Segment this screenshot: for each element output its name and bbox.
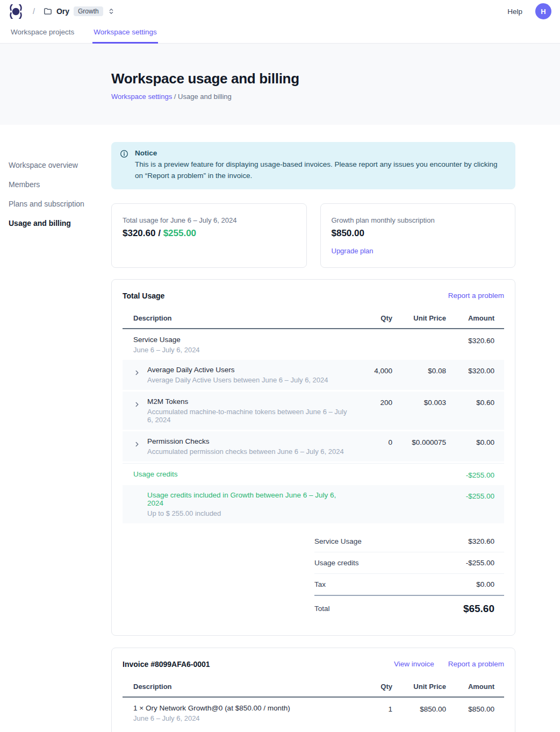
chevron-right-icon[interactable]	[133, 369, 142, 378]
chevron-updown-icon[interactable]	[107, 8, 115, 15]
row-amount: -$255.00	[446, 470, 504, 479]
chevron-right-icon[interactable]	[133, 440, 142, 450]
table-row: Average Daily Active Users Average Daily…	[123, 360, 504, 390]
table-row: Permission Checks Accumulated permission…	[123, 431, 504, 461]
table-row: 1 × Ory Network Growth@0 (at $850.00 / m…	[123, 698, 504, 728]
row-title: Permission Checks	[147, 437, 344, 445]
sidebar-item-usage-billing[interactable]: Usage and billing	[9, 216, 103, 230]
usage-table-header: Description Qty Unit Price Amount	[123, 310, 504, 329]
workspace-switcher[interactable]: Ory Growth	[44, 6, 115, 16]
summary-total-row: Total $65.60	[314, 596, 504, 621]
sidebar-item-members[interactable]: Members	[9, 177, 103, 191]
total-usage-card: Total usage for June 6 – July 6, 2024 $3…	[111, 203, 307, 268]
invoice-table-header: Description Qty Unit Price Amount	[123, 678, 504, 698]
col-unit-price: Unit Price	[392, 683, 446, 691]
usage-amount: $320.60	[123, 228, 155, 238]
breadcrumb-workspace-settings[interactable]: Workspace settings	[111, 93, 172, 101]
user-avatar[interactable]: H	[535, 3, 551, 19]
plan-value: $850.00	[332, 228, 505, 239]
summary-value: $320.60	[468, 537, 504, 545]
row-subtitle: Accumulated permission checks between Ju…	[147, 447, 344, 456]
row-subtitle: Up to $ 255.00 included	[147, 509, 350, 517]
folder-icon	[44, 7, 52, 16]
col-qty: Qty	[350, 314, 392, 322]
summary-row: Usage credits -$255.00	[314, 552, 504, 574]
sidebar-item-plans-subscription[interactable]: Plans and subscription	[9, 197, 103, 211]
chevron-right-icon[interactable]	[133, 401, 142, 410]
ory-logo-icon[interactable]	[9, 4, 23, 19]
top-bar: / Ory Growth Help H	[0, 0, 560, 23]
usage-report-problem-link[interactable]: Report a problem	[448, 292, 504, 300]
table-row: Usage credits -$255.00	[123, 463, 504, 485]
plan-label: Growth plan monthly subscription	[332, 216, 505, 224]
summary-row: Tax $0.00	[314, 574, 504, 596]
col-description: Description	[123, 683, 350, 691]
row-subtitle: Average Daily Active Users between June …	[147, 376, 328, 384]
row-unit-price: $0.08	[392, 366, 446, 375]
tab-workspace-projects[interactable]: Workspace projects	[10, 23, 75, 44]
summary-label: Usage credits	[314, 559, 466, 567]
workspace-name: Ory	[56, 7, 69, 16]
total-usage-value: $320.60 / $255.00	[123, 228, 296, 239]
row-amount: $0.60	[446, 397, 504, 407]
summary-value: -$255.00	[466, 559, 504, 567]
plan-card: Growth plan monthly subscription $850.00…	[320, 203, 516, 268]
content-column: Notice This is a preview feature for dis…	[111, 142, 515, 732]
summary-value: $0.00	[476, 580, 504, 588]
breadcrumb-current: Usage and billing	[178, 93, 232, 101]
main-area: Workspace overview Members Plans and sub…	[0, 142, 560, 732]
invoice-panel: Invoice #8099AFA6-0001 View invoice Repo…	[111, 648, 515, 732]
row-unit-price: $0.000075	[392, 437, 446, 446]
invoice-panel-title: Invoice #8099AFA6-0001	[123, 660, 394, 669]
summary-label: Service Usage	[314, 537, 468, 545]
workspace-tabs: Workspace projects Workspace settings	[0, 23, 560, 44]
tab-workspace-settings[interactable]: Workspace settings	[92, 23, 158, 44]
view-invoice-link[interactable]: View invoice	[394, 660, 434, 668]
summary-label: Total	[314, 605, 463, 613]
notice-title: Notice	[135, 149, 507, 157]
row-qty: 1	[350, 704, 392, 713]
plan-badge: Growth	[74, 6, 103, 16]
info-circle-icon	[120, 150, 128, 182]
col-description: Description	[123, 314, 350, 322]
page-header: Workspace usage and billing Workspace se…	[0, 44, 560, 125]
row-subtitle: June 6 – July 6, 2024	[133, 714, 350, 722]
col-unit-price: Unit Price	[392, 314, 446, 322]
row-title: 1 × Ory Network Growth@0 (at $850.00 / m…	[133, 704, 350, 712]
upgrade-plan-link[interactable]: Upgrade plan	[332, 247, 374, 255]
summary-cards: Total usage for June 6 – July 6, 2024 $3…	[111, 203, 515, 268]
table-row: M2M Tokens Accumulated machine-to-machin…	[123, 392, 504, 430]
row-unit-price: $0.003	[392, 397, 446, 407]
breadcrumb: Workspace settings / Usage and billing	[111, 93, 560, 101]
row-amount: $850.00	[446, 704, 504, 713]
col-qty: Qty	[350, 683, 392, 691]
row-amount: $320.60	[446, 336, 504, 345]
row-subtitle: Accumulated machine-to-machine tokens be…	[147, 408, 350, 424]
help-link[interactable]: Help	[507, 8, 522, 16]
row-title: Usage credits	[133, 470, 350, 478]
breadcrumb-sep: /	[172, 93, 178, 101]
row-title: Average Daily Active Users	[147, 366, 328, 374]
row-qty: 0	[350, 437, 392, 446]
row-title: M2M Tokens	[147, 397, 350, 406]
usage-credit-amount: $255.00	[163, 228, 196, 238]
row-qty: 200	[350, 397, 392, 407]
preview-notice: Notice This is a preview feature for dis…	[111, 142, 515, 189]
invoice-report-problem-link[interactable]: Report a problem	[448, 660, 504, 668]
settings-sidebar: Workspace overview Members Plans and sub…	[9, 158, 103, 236]
summary-label: Tax	[314, 580, 476, 588]
breadcrumb-separator: /	[33, 7, 35, 16]
row-qty: 4,000	[350, 366, 392, 375]
page-title: Workspace usage and billing	[111, 70, 560, 87]
row-subtitle: June 6 – July 6, 2024	[133, 346, 350, 354]
total-usage-label: Total usage for June 6 – July 6, 2024	[123, 216, 296, 224]
row-title: Service Usage	[133, 336, 350, 344]
usage-separator: /	[155, 228, 163, 238]
usage-panel-title: Total Usage	[123, 292, 448, 300]
sidebar-item-workspace-overview[interactable]: Workspace overview	[9, 158, 103, 172]
table-row: Usage credits included in Growth between…	[123, 485, 504, 523]
row-amount: $0.00	[446, 437, 504, 446]
total-usage-panel: Total Usage Report a problem Description…	[111, 279, 515, 636]
summary-total-value: $65.60	[463, 603, 504, 615]
row-title: Usage credits included in Growth between…	[147, 491, 350, 507]
